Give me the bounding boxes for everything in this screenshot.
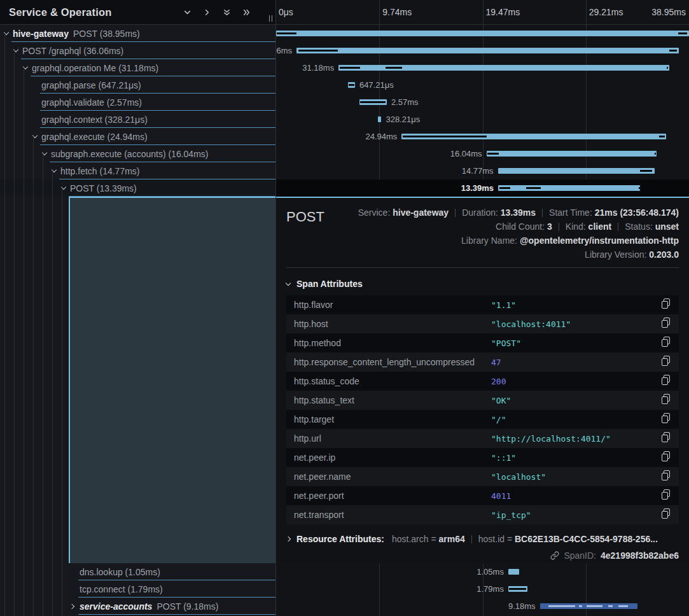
timeline-bar-row[interactable]: 1.79ms (276, 580, 689, 598)
child-span-mark (639, 187, 640, 189)
span-tree-row[interactable]: graphql.operation Me (31.18ms) (0, 59, 275, 76)
copy-icon[interactable] (662, 508, 670, 521)
attribute-value: "OK" (491, 396, 662, 405)
resource-attributes-row[interactable]: Resource Attributes: host.arch = arm64ho… (286, 534, 679, 544)
attribute-key: net.transport (294, 510, 491, 520)
span-duration-bar[interactable] (487, 151, 657, 157)
attribute-key: http.response_content_length_uncompresse… (294, 357, 491, 367)
tree-toolbar (182, 7, 251, 17)
child-span-mark (608, 605, 613, 607)
timeline-tick-label: 29.21ms (589, 7, 623, 17)
meta-key: Duration: (462, 207, 501, 218)
span-duration-bar[interactable] (378, 116, 381, 122)
copy-icon[interactable] (662, 470, 670, 483)
meta-value: 0.203.0 (649, 249, 679, 260)
bar-duration-label: 9.18ms (508, 598, 536, 615)
copy-icon[interactable] (662, 413, 670, 426)
timeline-bar-row[interactable]: 14.77ms (276, 162, 689, 179)
span-tree-row[interactable]: dns.lookup (1.05ms) (0, 563, 275, 580)
timeline-bar-row[interactable]: 36.06ms (276, 42, 689, 59)
divider (542, 209, 543, 217)
chevron-down-icon[interactable] (182, 7, 192, 17)
copy-icon[interactable] (662, 375, 670, 388)
span-attributes-title: Span Attributes (296, 279, 363, 289)
bar-duration-label: 1.05ms (477, 563, 504, 580)
timeline-bar-row[interactable]: 647.21μs (276, 76, 689, 94)
copy-icon[interactable] (662, 337, 670, 349)
copy-icon[interactable] (662, 356, 670, 368)
child-span-mark (667, 67, 668, 69)
span-tree-row[interactable]: http.fetch (14.77ms) (0, 162, 275, 179)
child-span-mark (499, 187, 510, 189)
attribute-value: "POST" (491, 339, 662, 348)
attribute-value: "/" (491, 415, 662, 424)
bar-duration-label: 36.06ms (276, 42, 292, 59)
attribute-row: http.response_content_length_uncompresse… (286, 353, 679, 372)
chevron-right-icon[interactable] (202, 7, 212, 17)
span-tree: hive-gatewayPOST (38.95ms)POST /graphql … (0, 25, 275, 616)
span-id-row: SpanID: 4e21998f3b82abe6 (286, 550, 679, 561)
bar-duration-label: 647.21μs (359, 76, 394, 94)
operation-name: POST (13.39ms) (70, 183, 137, 193)
timeline-bar-row[interactable]: 31.18ms (276, 59, 689, 76)
span-duration-bar[interactable] (498, 168, 655, 174)
chevron-right-icon (286, 536, 291, 542)
span-duration-bar[interactable] (498, 185, 640, 191)
indent-guide (33, 136, 34, 616)
chevron-right-icon[interactable] (69, 603, 74, 608)
span-tree-row[interactable]: graphql.validate (2.57ms) (0, 94, 275, 111)
timeline-bar-row[interactable]: 9.18ms (276, 598, 689, 615)
timeline-bar-row[interactable]: 1.05ms (276, 563, 689, 580)
copy-icon[interactable] (662, 394, 670, 407)
timeline-bar-row[interactable]: 2.57ms (276, 94, 689, 111)
span-detail-header: POST Service: hive-gatewayDuration: 13.3… (286, 206, 679, 262)
meta-value: hive-gateway (393, 207, 449, 218)
copy-icon[interactable] (662, 432, 670, 445)
column-resizer-handle[interactable] (269, 15, 273, 22)
timeline-bar-row[interactable]: 13.39ms (276, 179, 689, 197)
attribute-key: http.host (294, 319, 491, 329)
child-span-mark (349, 84, 355, 86)
span-tree-row[interactable]: tcp.connect (1.79ms) (0, 580, 275, 598)
timeline-bar-row[interactable]: 16.04ms (276, 145, 689, 162)
copy-icon[interactable] (662, 489, 670, 502)
chevron-down-icon (286, 280, 291, 285)
span-tree-row[interactable]: service-accountsPOST (9.18ms) (0, 598, 275, 615)
attribute-value: 47 (491, 358, 662, 367)
timeline-bar-row[interactable] (276, 25, 689, 42)
meta-value: 13.39ms (501, 207, 536, 218)
equals-sign: = (429, 534, 439, 544)
copy-icon[interactable] (662, 318, 670, 330)
span-tree-row[interactable]: hive-gatewayPOST (38.95ms) (0, 25, 275, 42)
copy-icon[interactable] (662, 451, 670, 464)
span-duration-bar[interactable] (276, 31, 689, 36)
operation-name: http.fetch (14.77ms) (60, 166, 140, 176)
attribute-key: http.target (294, 414, 491, 424)
span-tree-row[interactable]: graphql.execute (24.94ms) (0, 128, 275, 145)
span-tree-row[interactable]: graphql.context (328.21μs) (0, 111, 275, 128)
double-chevron-right-icon[interactable] (241, 7, 251, 17)
operation-name: POST (38.95ms) (73, 29, 140, 39)
span-duration-bar[interactable] (508, 569, 519, 575)
span-tree-row[interactable]: POST /graphql (36.06ms) (0, 42, 275, 59)
span-tree-row[interactable]: POST (13.39ms) (0, 179, 275, 197)
timeline-bar-row[interactable]: 328.21μs (276, 111, 689, 128)
span-tree-row[interactable]: subgraph.execute (accounts) (16.04ms) (0, 145, 275, 162)
indent-guide (4, 33, 5, 616)
attribute-row: http.flavor"1.1" (286, 295, 679, 314)
link-icon[interactable] (550, 551, 559, 560)
span-duration-bar[interactable] (296, 48, 679, 53)
double-chevron-down-icon[interactable] (221, 7, 232, 17)
timeline-bar-row[interactable]: 24.94ms (276, 128, 689, 145)
copy-icon[interactable] (662, 298, 670, 311)
bar-duration-label: 16.04ms (450, 145, 482, 162)
equals-sign: = (505, 534, 515, 544)
timeline-tick-label: 19.47ms (486, 7, 520, 17)
bar-duration-label: 328.21μs (386, 111, 420, 128)
attribute-key: net.peer.ip (294, 452, 491, 463)
span-attributes-section-header[interactable]: Span Attributes (286, 279, 679, 289)
attribute-key: http.method (294, 338, 491, 348)
span-tree-row[interactable]: graphql.parse (647.21μs) (0, 76, 275, 94)
attribute-key: http.flavor (294, 300, 491, 310)
divider (455, 209, 456, 217)
